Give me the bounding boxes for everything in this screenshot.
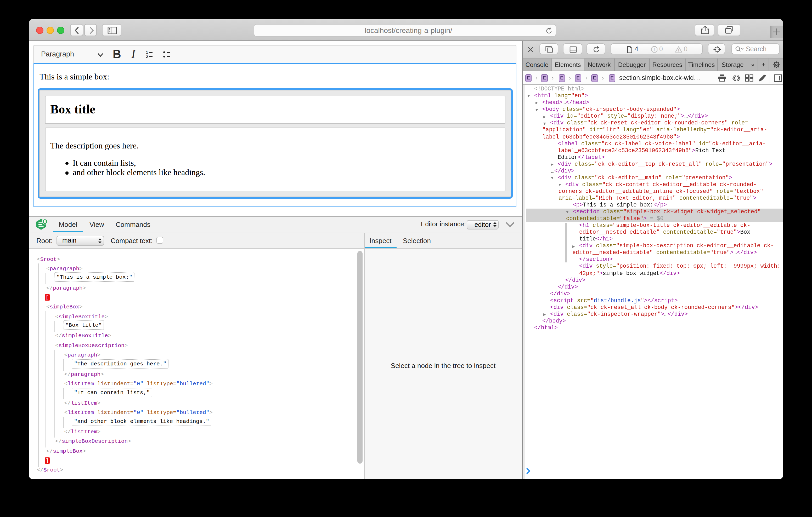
svg-text:5: 5 <box>44 219 46 224</box>
svg-text:!: ! <box>678 48 679 52</box>
svg-text:1: 1 <box>146 50 148 54</box>
svg-text:!: ! <box>654 47 655 52</box>
svg-text:2: 2 <box>146 55 148 59</box>
